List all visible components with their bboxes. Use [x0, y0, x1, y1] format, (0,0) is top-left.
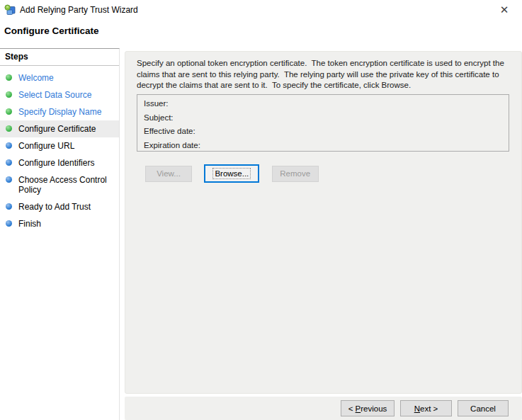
certificate-info-box: Issuer:Subject:Effective date:Expiration…	[137, 94, 509, 152]
close-icon[interactable]: ✕	[494, 1, 515, 18]
steps-header: Steps	[0, 49, 119, 66]
step-item-specify-display-name[interactable]: Specify Display Name	[0, 103, 119, 120]
step-pending-dot-icon	[6, 159, 12, 166]
step-item-configure-identifiers: Configure Identifiers	[0, 154, 119, 171]
step-item-welcome[interactable]: Welcome	[0, 69, 119, 86]
cancel-button[interactable]: Cancel	[458, 400, 509, 416]
window-title: Add Relying Party Trust Wizard	[20, 0, 138, 20]
wizard-dialog: Add Relying Party Trust Wizard ✕ Configu…	[0, 0, 522, 420]
step-pending-dot-icon	[6, 142, 12, 149]
step-label: Finish	[18, 219, 41, 229]
view-button: View...	[145, 166, 192, 182]
step-item-finish: Finish	[0, 215, 119, 232]
cert-field-expiration-date: Expiration date:	[137, 139, 509, 153]
step-done-dot-icon	[6, 125, 12, 132]
steps-panel: Steps WelcomeSelect Data SourceSpecify D…	[0, 48, 120, 420]
content-panel: Specify an optional token encryption cer…	[125, 51, 522, 394]
steps-list: WelcomeSelect Data SourceSpecify Display…	[0, 66, 119, 232]
step-label: Specify Display Name	[18, 107, 101, 117]
step-pending-dot-icon	[6, 203, 12, 210]
step-label: Configure Certificate	[18, 124, 96, 134]
step-pending-dot-icon	[6, 176, 12, 183]
description-text: Specify an optional token encryption cer…	[137, 58, 514, 91]
step-done-dot-icon	[6, 91, 12, 98]
step-label: Configure URL	[18, 141, 74, 151]
remove-button: Remove	[272, 166, 319, 182]
step-label: Choose Access Control Policy	[18, 175, 107, 195]
step-label: Select Data Source	[18, 90, 91, 100]
step-label: Configure Identifiers	[18, 158, 94, 168]
cert-field-issuer: Issuer:	[137, 95, 509, 111]
step-done-dot-icon	[6, 108, 12, 115]
step-pending-dot-icon	[6, 220, 12, 227]
previous-button[interactable]: < Previous	[341, 400, 395, 416]
step-item-configure-certificate: Configure Certificate	[0, 120, 119, 137]
step-item-configure-url: Configure URL	[0, 137, 119, 154]
cert-field-subject: Subject:	[137, 111, 509, 125]
browse-button[interactable]: Browse...	[204, 164, 259, 183]
step-label: Welcome	[18, 73, 54, 83]
next-button[interactable]: Next >	[400, 400, 452, 416]
page-title: Configure Certificate	[4, 25, 99, 36]
certificate-button-row: View... Browse... Remove	[145, 164, 329, 183]
footer-bar: < Previous Next > Cancel	[125, 397, 522, 420]
step-done-dot-icon	[6, 74, 12, 81]
step-item-choose-access-control-policy: Choose Access Control Policy	[0, 171, 119, 198]
step-item-ready-to-add-trust: Ready to Add Trust	[0, 198, 119, 215]
adfs-app-icon	[4, 4, 16, 16]
browse-button-label: Browse...	[213, 169, 250, 178]
title-bar: Add Relying Party Trust Wizard ✕	[0, 0, 522, 20]
step-label: Ready to Add Trust	[18, 202, 91, 212]
cert-field-effective-date: Effective date:	[137, 125, 509, 139]
step-item-select-data-source[interactable]: Select Data Source	[0, 86, 119, 103]
